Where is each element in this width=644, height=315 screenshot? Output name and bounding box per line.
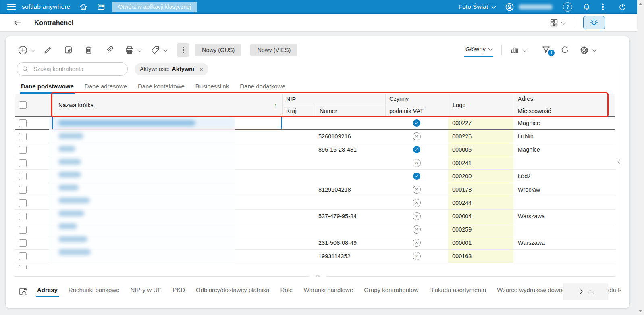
tabs-scroll-right-button[interactable]: Za <box>563 283 608 300</box>
row-checkbox[interactable] <box>15 196 31 209</box>
redacted-name-blob <box>58 133 83 139</box>
hamburger-menu-icon[interactable] <box>7 4 16 10</box>
print-chevron-down-icon[interactable] <box>137 47 142 52</box>
cell-miejscowosc <box>513 223 598 236</box>
tab-3[interactable]: Dane kontaktowe <box>138 83 185 94</box>
kontrahenci-table: Nazwa krótka ↑ NIP Kraj Numer Czynny pod… <box>15 94 615 269</box>
tab-2[interactable]: Dane adresowe <box>85 83 127 94</box>
kebab-menu-icon[interactable] <box>602 6 604 8</box>
add-chevron-down-icon[interactable] <box>31 47 35 52</box>
page-title: Kontrahenci <box>34 19 73 27</box>
column-header-kraj[interactable]: Kraj <box>283 105 316 117</box>
row-checkbox[interactable] <box>15 183 31 196</box>
cell-kraj <box>282 236 316 249</box>
refresh-button[interactable] <box>560 45 569 55</box>
btab-9[interactable]: Blokada asortymentu <box>429 286 486 297</box>
home-icon[interactable] <box>79 2 88 11</box>
nowy-vies-button[interactable]: Nowy (VIES) <box>250 44 297 56</box>
active-filter-chip[interactable]: Aktywność: Aktywni × <box>135 63 208 75</box>
tags-button[interactable] <box>150 45 167 55</box>
chevron-right-icon <box>578 289 582 294</box>
settings-chevron-down-icon[interactable] <box>592 47 596 52</box>
filter-chip-value: Aktywni <box>172 66 194 72</box>
company-chevron-down-icon[interactable] <box>491 4 496 8</box>
add-button[interactable] <box>18 45 35 55</box>
column-group-nip[interactable]: NIP Kraj Numer <box>282 94 385 116</box>
row-checkbox[interactable] <box>15 143 31 156</box>
btab-1[interactable]: Adresy <box>37 286 58 297</box>
btab-2[interactable]: Rachunki bankowe <box>69 286 120 297</box>
open-classic-app-button[interactable]: Otwórz w aplikacji klasycznej <box>112 2 197 12</box>
row-checkbox[interactable] <box>15 210 31 223</box>
analysis-chart-button[interactable] <box>510 45 526 55</box>
cell-logo: 000241 <box>448 156 513 169</box>
btab-7[interactable]: Warunki handlowe <box>303 286 353 297</box>
layout-switch-button[interactable] <box>549 18 565 27</box>
row-checkbox[interactable] <box>15 156 31 169</box>
company-selector[interactable]: Foto Świat <box>459 3 488 10</box>
row-checkbox[interactable] <box>15 236 31 249</box>
cell-numer: 1993114352 <box>316 250 385 263</box>
btab-6[interactable]: Role <box>280 286 293 297</box>
tab-5[interactable]: Dane dodatkowe <box>240 83 285 94</box>
row-checkbox[interactable] <box>15 170 31 183</box>
spacer-column <box>31 94 52 116</box>
view-selector[interactable]: Główny <box>464 43 493 57</box>
preview-document-icon[interactable] <box>18 286 28 297</box>
view-chevron-down-icon[interactable] <box>488 46 492 50</box>
cell-logo: 000001 <box>448 236 513 249</box>
news-icon[interactable] <box>97 2 106 11</box>
cell-miejscowosc: Magnice <box>513 143 598 156</box>
redacted-name-blob <box>58 185 79 190</box>
row-checkbox[interactable] <box>15 250 31 263</box>
sort-asc-icon[interactable]: ↑ <box>274 102 278 108</box>
filter-button[interactable]: 1 <box>541 45 551 55</box>
tab-1[interactable]: Dane podstawowe <box>21 83 74 94</box>
scroll-down-arrow[interactable] <box>639 310 642 312</box>
settings-gear-button[interactable] <box>579 45 596 55</box>
tab-4[interactable]: Businesslink <box>195 83 229 94</box>
user-avatar-icon[interactable] <box>505 2 514 12</box>
column-header-numer[interactable]: Numer <box>316 105 337 117</box>
cell-numer: 8129904218 <box>316 183 385 196</box>
chart-chevron-down-icon[interactable] <box>522 47 527 52</box>
redacted-names-overlay <box>49 117 235 263</box>
select-all-checkbox[interactable] <box>15 94 31 116</box>
delete-trash-button[interactable] <box>84 45 93 55</box>
column-header-nazwa[interactable]: Nazwa krótka ↑ <box>52 94 282 116</box>
page-scrollbar[interactable] <box>637 0 644 315</box>
back-arrow-icon[interactable] <box>13 18 22 27</box>
row-checkbox[interactable] <box>15 130 31 143</box>
row-checkbox[interactable] <box>15 117 31 129</box>
help-icon[interactable]: ? <box>563 2 572 12</box>
column-header-logo[interactable]: Logo <box>449 94 514 116</box>
btab-8[interactable]: Grupy kontrahentów <box>364 286 418 297</box>
tips-lightbulb-button[interactable] <box>583 16 605 29</box>
collapse-side-panel-button[interactable] <box>615 156 625 167</box>
print-button[interactable] <box>125 45 141 55</box>
tags-chevron-down-icon[interactable] <box>163 47 168 52</box>
column-header-vat[interactable]: Czynny podatnik VAT <box>385 94 449 116</box>
layout-chevron-down-icon[interactable] <box>561 20 565 24</box>
btab-4[interactable]: PKD <box>172 286 185 297</box>
logout-power-icon[interactable] <box>618 3 627 11</box>
search-input[interactable] <box>33 65 123 73</box>
attachments-paperclip-button[interactable] <box>104 45 114 55</box>
chip-close-icon[interactable]: × <box>199 66 203 73</box>
search-box[interactable] <box>17 62 128 76</box>
edit-pencil-button[interactable] <box>43 45 53 55</box>
btab-3[interactable]: NIP-y w UE <box>131 286 162 297</box>
row-checkbox[interactable] <box>15 223 31 236</box>
filter-count-badge: 1 <box>548 50 555 56</box>
column-header-adres[interactable]: Adres Miejscowość <box>514 94 599 116</box>
collapse-bottom-panel-button[interactable] <box>309 273 326 280</box>
nowy-gus-button[interactable]: Nowy (GUS) <box>195 44 241 56</box>
more-actions-button[interactable] <box>177 43 189 57</box>
search-row: Aktywność: Aktywni × <box>6 62 629 76</box>
btab-10[interactable]: Wzorce wydruków dowodów <box>497 286 573 297</box>
scroll-up-arrow[interactable] <box>639 3 642 5</box>
vat-inactive-icon: × <box>413 186 421 194</box>
btab-5[interactable]: Odbiorcy/dostawcy płatnika <box>196 286 270 297</box>
card-details-button[interactable] <box>64 45 74 55</box>
notifications-bell-icon[interactable] <box>582 3 591 11</box>
